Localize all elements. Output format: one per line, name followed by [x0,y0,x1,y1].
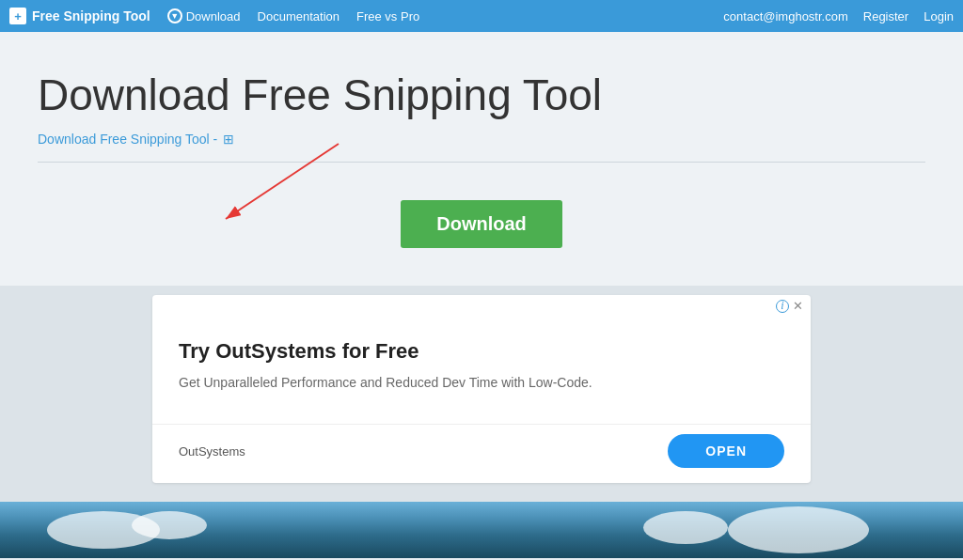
nav-login-link[interactable]: Login [924,9,954,23]
ad-close-button[interactable]: ✕ [793,299,803,313]
ad-section: i ✕ Try OutSystems for Free Get Unparall… [0,286,963,502]
ad-body: Try OutSystems for Free Get Unparalleled… [152,317,811,424]
nav-download-label: Download [186,9,241,23]
brand-label: Free Snipping Tool [32,8,150,23]
nav-documentation-label: Documentation [258,9,339,23]
ad-footer: OutSystems OPEN [152,424,811,483]
ad-card: i ✕ Try OutSystems for Free Get Unparall… [152,295,811,483]
cloud-decoration [728,506,869,553]
page-title: Download Free Snipping Tool [38,70,925,120]
nav-left: + Free Snipping Tool ▼ Download Document… [9,8,419,24]
ad-description: Get Unparalleled Performance and Reduced… [179,375,784,390]
nav-free-vs-pro-link[interactable]: Free vs Pro [356,9,419,23]
hero-image [0,502,963,558]
download-button[interactable]: Download [401,200,562,248]
ad-brand-name: OutSystems [179,444,245,459]
nav-right: contact@imghostr.com Register Login [723,9,954,23]
ad-open-button[interactable]: OPEN [668,434,784,468]
ad-info-bar: i ✕ [152,295,811,317]
nav-documentation-link[interactable]: Documentation [258,9,339,23]
brand-link[interactable]: + Free Snipping Tool [9,8,150,24]
download-circle-icon: ▼ [167,8,182,23]
cloud-decoration [643,511,728,544]
main-content: Download Free Snipping Tool Download Fre… [0,32,963,286]
nav-register-link[interactable]: Register [863,9,908,23]
cloud-decoration [132,511,207,539]
svg-line-1 [226,144,339,219]
arrow-annotation [28,134,348,247]
download-area: Download [38,191,925,267]
nav-free-vs-pro-label: Free vs Pro [356,9,419,23]
brand-icon: + [9,8,26,24]
ad-title: Try OutSystems for Free [179,339,784,364]
nav-download-link[interactable]: ▼ Download [167,8,241,23]
navbar: + Free Snipping Tool ▼ Download Document… [0,0,963,32]
ad-info-icon[interactable]: i [776,300,789,313]
nav-contact-link[interactable]: contact@imghostr.com [723,9,847,23]
